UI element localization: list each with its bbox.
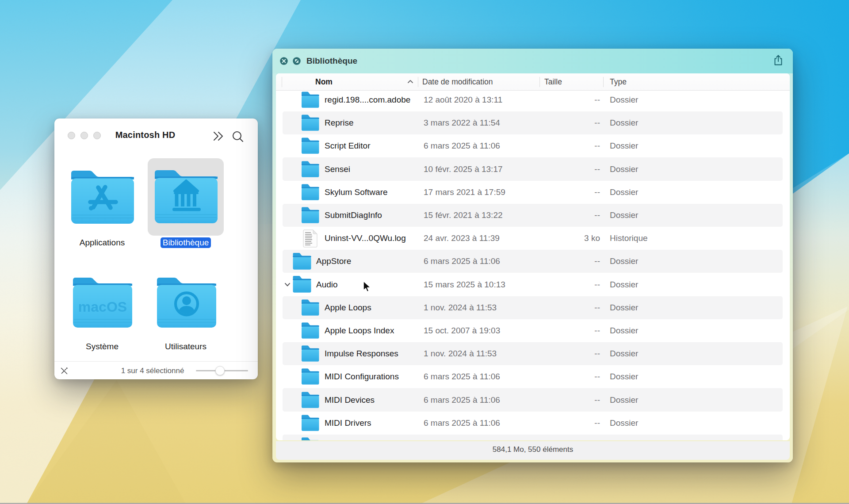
svg-text:macOS: macOS xyxy=(78,299,127,315)
